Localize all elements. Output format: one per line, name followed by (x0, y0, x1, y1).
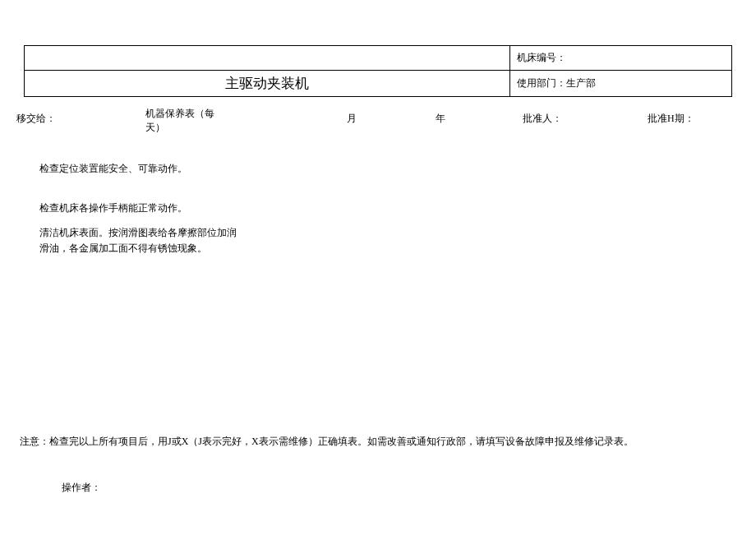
department-value: 生产部 (566, 77, 596, 89)
month-label: 月 (347, 112, 357, 126)
page-title-cell: 主驱动夹装机 (25, 71, 510, 97)
approver-label: 批准人： (523, 112, 562, 126)
machine-number-label: 机床编号： (517, 52, 566, 63)
form-title-line2: 天） (145, 121, 165, 135)
check-item-2: 检查机床各操作手柄能正常动作。 (39, 201, 237, 215)
header-table: 机床编号： 主驱动夹装机 使用部门：生产部 (24, 45, 732, 97)
check-item-3-line2: 滑油，各金属加工面不得有锈蚀现象。 (39, 242, 207, 254)
note-text: 注意：检查完以上所有项目后，用J或X（J表示完好，X表示需维修）正确填表。如需改… (20, 435, 634, 449)
check-item-3: 清洁机床表面。按润滑图表给各摩擦部位加润 滑油，各金属加工面不得有锈蚀现象。 (39, 225, 237, 256)
header-blank-cell (25, 46, 510, 71)
form-title: 机器保养表（每 天） (145, 107, 244, 135)
approval-date-label: 批准H期： (648, 112, 694, 126)
checks-section: 检查定位装置能安全、可靠动作。 检查机床各操作手柄能正常动作。 清洁机床表面。按… (39, 161, 237, 281)
check-item-3-line1: 清洁机床表面。按润滑图表给各摩擦部位加润 (39, 227, 237, 238)
machine-number-cell: 机床编号： (510, 46, 732, 71)
year-label: 年 (436, 112, 445, 126)
page-title: 主驱动夹装机 (225, 76, 309, 91)
operator-label: 操作者： (62, 481, 101, 495)
check-item-1: 检查定位装置能安全、可靠动作。 (39, 161, 237, 176)
form-title-line1: 机器保养表（每 (145, 107, 214, 121)
handover-label: 移交给： (16, 112, 56, 126)
department-label: 使用部门： (517, 77, 566, 89)
department-cell: 使用部门：生产部 (510, 71, 732, 97)
